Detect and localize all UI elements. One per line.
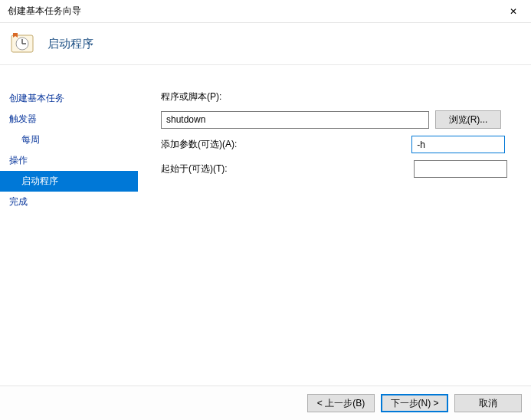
startin-label: 起始于(可选)(T): — [161, 162, 228, 176]
sidebar-item-create-task[interactable]: 创建基本任务 — [0, 88, 138, 109]
cancel-button[interactable]: 取消 — [454, 394, 522, 412]
program-input[interactable] — [161, 111, 429, 129]
wizard-header: 启动程序 — [0, 23, 531, 65]
next-button[interactable]: 下一步(N) > — [381, 394, 448, 412]
wizard-icon — [11, 31, 35, 56]
wizard-sidebar: 创建基本任务 触发器 每周 操作 启动程序 完成 — [0, 65, 138, 386]
sidebar-item-start-program[interactable]: 启动程序 — [0, 171, 138, 192]
args-label: 添加参数(可选)(A): — [161, 138, 237, 151]
wizard-content: 程序或脚本(P): 浏览(R)... 添加参数(可选)(A): 起始于(可选)(… — [138, 65, 531, 386]
wizard-step-title: 启动程序 — [48, 37, 93, 51]
program-label: 程序或脚本(P): — [161, 90, 221, 103]
close-icon: ✕ — [510, 6, 517, 17]
wizard-footer: < 上一步(B) 下一步(N) > 取消 — [0, 386, 531, 420]
startin-input[interactable] — [414, 160, 507, 178]
args-input[interactable] — [411, 136, 505, 153]
window-title: 创建基本任务向导 — [8, 5, 81, 18]
back-button[interactable]: < 上一步(B) — [307, 394, 375, 412]
titlebar: 创建基本任务向导 ✕ — [0, 0, 531, 23]
sidebar-item-finish[interactable]: 完成 — [0, 192, 138, 212]
close-button[interactable]: ✕ — [496, 0, 531, 23]
sidebar-item-weekly[interactable]: 每周 — [0, 130, 138, 150]
sidebar-item-action[interactable]: 操作 — [0, 150, 138, 171]
sidebar-item-trigger[interactable]: 触发器 — [0, 109, 138, 130]
wizard-body: 创建基本任务 触发器 每周 操作 启动程序 完成 程序或脚本(P): 浏览(R)… — [0, 65, 531, 386]
browse-button[interactable]: 浏览(R)... — [435, 110, 501, 129]
